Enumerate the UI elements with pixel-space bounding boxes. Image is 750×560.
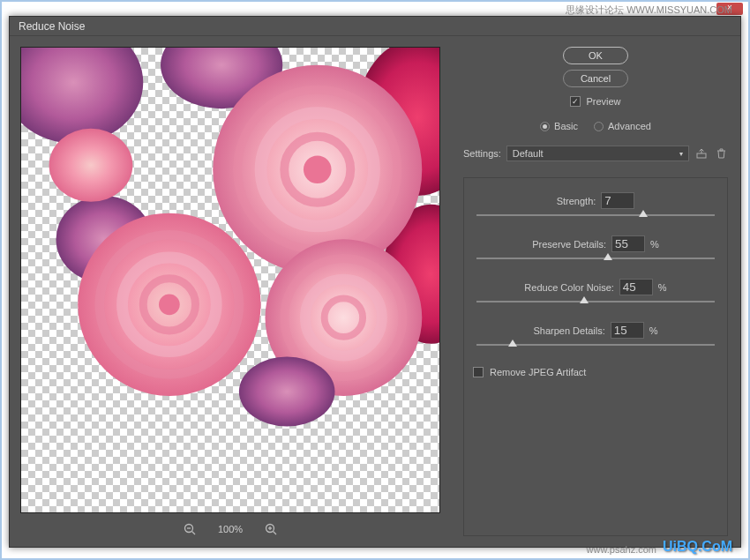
remove-jpeg-checkbox[interactable]: [473, 367, 484, 377]
cancel-button[interactable]: Cancel: [563, 70, 628, 87]
sharpen-details-slider[interactable]: [476, 344, 715, 346]
reduce-color-noise-label: Reduce Color Noise:: [524, 282, 614, 293]
slider-thumb[interactable]: [508, 340, 517, 347]
delete-preset-icon[interactable]: [714, 146, 728, 161]
settings-dropdown[interactable]: Default ▾: [506, 146, 689, 161]
strength-input[interactable]: [601, 192, 634, 209]
reduce-noise-dialog: Reduce Noise: [9, 16, 741, 548]
radio-icon: [540, 122, 550, 131]
zoom-out-button[interactable]: [183, 522, 197, 536]
svg-rect-28: [697, 153, 706, 158]
slider-thumb[interactable]: [604, 253, 612, 260]
radio-icon: [594, 122, 604, 131]
settings-label: Settings:: [463, 148, 501, 159]
preview-image[interactable]: [20, 47, 440, 513]
preview-checkbox[interactable]: [570, 96, 581, 107]
chevron-down-icon: ▾: [679, 150, 683, 158]
basic-radio[interactable]: Basic: [540, 121, 578, 131]
slider-thumb[interactable]: [639, 210, 648, 217]
preserve-details-slider[interactable]: [476, 258, 715, 259]
watermark-top: 思缘设计论坛 WWW.MISSYUAN.COM: [566, 4, 732, 17]
save-preset-icon[interactable]: [694, 146, 709, 161]
svg-point-19: [239, 357, 335, 427]
advanced-radio[interactable]: Advanced: [594, 121, 651, 131]
zoom-level: 100%: [218, 524, 243, 534]
sharpen-details-input[interactable]: [611, 322, 644, 339]
svg-line-25: [274, 532, 277, 535]
watermark-bottom: UiBQ.CoM: [663, 539, 732, 555]
svg-line-22: [191, 532, 195, 535]
strength-label: Strength:: [557, 196, 596, 206]
preserve-details-label: Preserve Details:: [532, 239, 606, 250]
svg-point-14: [159, 294, 180, 315]
svg-point-9: [304, 155, 332, 183]
watermark-bottom-2: www.psahz.com: [587, 544, 656, 555]
dialog-titlebar: Reduce Noise: [10, 17, 740, 36]
sharpen-details-label: Sharpen Details:: [533, 325, 604, 336]
svg-point-20: [49, 129, 133, 202]
remove-jpeg-label: Remove JPEG Artifact: [490, 367, 586, 377]
zoom-in-button[interactable]: [264, 522, 278, 536]
preserve-details-input[interactable]: [611, 235, 645, 252]
slider-thumb[interactable]: [580, 296, 589, 303]
reduce-color-noise-slider[interactable]: [476, 301, 715, 302]
preview-label: Preview: [586, 96, 620, 107]
reduce-color-noise-input[interactable]: [619, 279, 653, 295]
ok-button[interactable]: OK: [563, 47, 628, 64]
svg-point-0: [21, 48, 143, 144]
strength-slider[interactable]: [476, 214, 715, 216]
